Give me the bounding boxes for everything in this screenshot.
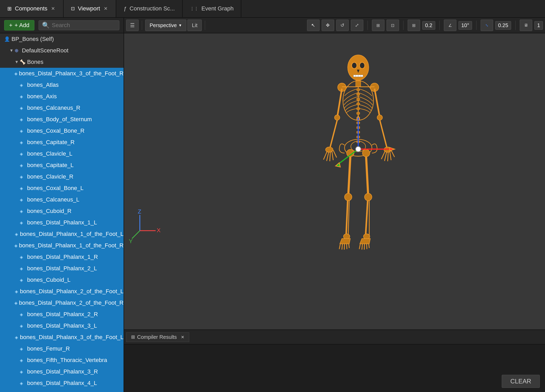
tree-item-b25[interactable]: ◈ bones_Femur_R [0, 343, 124, 354]
viewport-canvas[interactable]: Z X Y [124, 33, 545, 329]
add-button[interactable]: + + Add [4, 20, 34, 30]
tree-item-b2[interactable]: ◈ bones_Atlas [0, 79, 124, 91]
bone-label-b28: bones_Distal_Phalanx_4_L [27, 380, 97, 387]
svg-rect-12 [357, 93, 360, 95]
tab-components[interactable]: ⊞ Components ✕ [0, 0, 64, 17]
bone-icon-b11: ◈ [20, 186, 27, 191]
svg-line-56 [347, 244, 347, 249]
tree-item-b14[interactable]: ◈ bones_Distal_Phalanx_1_L [0, 217, 124, 228]
bone-label-b7: bones_Capitate_R [27, 139, 75, 146]
tree-item-bp-bones[interactable]: 👤 BP_Bones (Self) [0, 33, 124, 45]
bone-icon-b24: ◈ [15, 335, 20, 340]
bone-label-b14: bones_Distal_Phalanx_1_L [27, 219, 97, 226]
bone-label-b20: bones_Distal_Phalanx_2_of_the_Foot_L [20, 288, 124, 295]
bp-bones-label: BP_Bones (Self) [11, 36, 54, 42]
bone-icon-b9: ◈ [20, 163, 27, 168]
tree-item-b20[interactable]: ◈ bones_Distal_Phalanx_2_of_the_Foot_L [0, 286, 124, 297]
components-tab-close[interactable]: ✕ [51, 6, 56, 11]
bone-icon-b23: ◈ [20, 323, 27, 328]
bone-icon-b21: ◈ [14, 301, 19, 305]
svg-line-67 [367, 244, 367, 249]
bone-label-b13: bones_Cuboid_R [27, 208, 71, 215]
eventgraph-tab-label: Event Graph [201, 5, 234, 12]
tree-item-b22[interactable]: ◈ bones_Distal_Phalanx_2_R [0, 309, 124, 320]
search-input[interactable] [52, 22, 116, 29]
tree-item-default-scene-root[interactable]: ▼ ⊕ DefaultSceneRoot [0, 45, 124, 56]
viewport-tab-close[interactable]: ✕ [103, 6, 108, 11]
svg-text:Z: Z [138, 208, 141, 215]
snap-settings-button[interactable]: ⊡ [387, 20, 399, 31]
bone-label-b16: bones_Distal_Phalanx_1_of_the_Foot_R [19, 242, 124, 249]
rotate-tool-button[interactable]: ↺ [336, 20, 349, 31]
svg-text:Y: Y [129, 238, 133, 244]
scene-root-arrow: ▼ [9, 48, 15, 53]
viewport-tab-label: Viewport [78, 5, 100, 12]
component-tree[interactable]: 👤 BP_Bones (Self) ▼ ⊕ DefaultSceneRoot ▼… [0, 33, 124, 392]
compiler-results-close-icon[interactable]: ✕ [181, 335, 184, 340]
bones-label: Bones [27, 59, 43, 65]
scale-tool-button[interactable]: ⤢ [351, 20, 363, 31]
tree-item-b7[interactable]: ◈ bones_Capitate_R [0, 137, 124, 148]
tree-item-b3[interactable]: ◈ bones_Axis [0, 91, 124, 102]
tree-item-b15[interactable]: ◈ bones_Distal_Phalanx_1_of_the_Foot_L [0, 228, 124, 240]
svg-point-49 [345, 193, 352, 201]
compiler-results-tab[interactable]: ⊞ Compiler Results ✕ [126, 332, 189, 342]
bone-icon-b1: ◈ [14, 71, 19, 76]
left-panel: + + Add 🔍 👤 BP_Bones (Self) ▼ ⊕ DefaultS… [0, 18, 124, 392]
tree-item-b26[interactable]: ◈ bones_Fifth_Thoracic_Vertebra [0, 354, 124, 366]
svg-point-28 [335, 115, 340, 120]
tab-viewport[interactable]: ⊡ Viewport ✕ [64, 0, 116, 17]
eventgraph-tab-icon: ⋮⋮ [190, 6, 198, 11]
tab-construction[interactable]: ƒ Construction Sc... [116, 0, 183, 17]
angle-value: 10° [458, 21, 472, 30]
tree-item-b4[interactable]: ◈ bones_Calcaneus_R [0, 102, 124, 114]
tree-item-b1[interactable]: ◈ bones_Distal_Phalanx_3_of_the_Foot_R [0, 68, 124, 79]
lit-button[interactable]: Lit [187, 20, 202, 31]
select-cursor-button[interactable]: ↖ [307, 20, 320, 31]
tree-item-b18[interactable]: ◈ bones_Distal_Phalanx_2_L [0, 263, 124, 274]
bone-icon-b22: ◈ [20, 312, 27, 317]
clear-button[interactable]: CLEAR [502, 375, 540, 388]
tree-item-b23[interactable]: ◈ bones_Distal_Phalanx_3_L [0, 320, 124, 332]
bone-label-b8: bones_Clavicle_L [27, 150, 72, 157]
bone-icon-b27: ◈ [20, 369, 27, 374]
svg-line-54 [342, 244, 342, 250]
bone-icon-b16: ◈ [14, 243, 19, 248]
viewport-menu-button[interactable]: ☰ [126, 20, 139, 31]
bone-label-b19: bones_Cuboid_L [27, 277, 70, 283]
separator-5 [439, 21, 440, 30]
move-tool-button[interactable]: ✥ [322, 20, 334, 31]
tree-item-bones[interactable]: ▼ 🦴 Bones [0, 56, 124, 68]
compiler-results-content: CLEAR [124, 345, 545, 392]
tree-item-b27[interactable]: ◈ bones_Distal_Phalanx_3_R [0, 366, 124, 377]
tree-item-b24[interactable]: ◈ bones_Distal_Phalanx_3_of_the_Foot_L [0, 332, 124, 343]
tree-item-b21[interactable]: ◈ bones_Distal_Phalanx_2_of_the_Foot_R [0, 297, 124, 309]
tree-item-b11[interactable]: ◈ bones_Coxal_Bone_L [0, 182, 124, 194]
tree-item-b5[interactable]: ◈ bones_Body_of_Sternum [0, 114, 124, 125]
tree-item-b19[interactable]: ◈ bones_Cuboid_L [0, 274, 124, 286]
tree-item-b13[interactable]: ◈ bones_Cuboid_R [0, 205, 124, 217]
tree-item-b12[interactable]: ◈ bones_Calcaneus_L [0, 194, 124, 205]
tree-item-b17[interactable]: ◈ bones_Distal_Phalanx_1_R [0, 251, 124, 263]
separator-1 [142, 21, 142, 30]
search-box[interactable]: 🔍 [39, 20, 119, 30]
tree-item-b29[interactable]: ◈ bones_Distal_Phalanx_4_of_the_Foot_L [0, 389, 124, 392]
tree-item-b10[interactable]: ◈ bones_Clavicle_R [0, 171, 124, 182]
perspective-button[interactable]: Perspective ▼ [145, 20, 186, 31]
bone-label-b5: bones_Body_of_Sternum [27, 116, 92, 123]
bone-icon-b5: ◈ [20, 117, 27, 122]
bone-icon-b12: ◈ [20, 197, 27, 202]
tree-item-b9[interactable]: ◈ bones_Capitate_L [0, 160, 124, 171]
tree-item-b28[interactable]: ◈ bones_Distal_Phalanx_4_L [0, 377, 124, 389]
bones-icon: 🦴 [20, 59, 27, 65]
svg-text:X: X [157, 227, 161, 234]
snap-button[interactable]: ⊞ [372, 20, 384, 31]
tree-item-b8[interactable]: ◈ bones_Clavicle_L [0, 148, 124, 160]
separator-2 [205, 21, 205, 30]
svg-rect-15 [357, 108, 360, 110]
tree-item-b6[interactable]: ◈ bones_Coxal_Bone_R [0, 125, 124, 137]
bone-icon-b10: ◈ [20, 174, 27, 179]
tree-item-b16[interactable]: ◈ bones_Distal_Phalanx_1_of_the_Foot_R [0, 240, 124, 251]
separator-4 [403, 21, 403, 30]
tab-eventgraph[interactable]: ⋮⋮ Event Graph [183, 0, 242, 17]
